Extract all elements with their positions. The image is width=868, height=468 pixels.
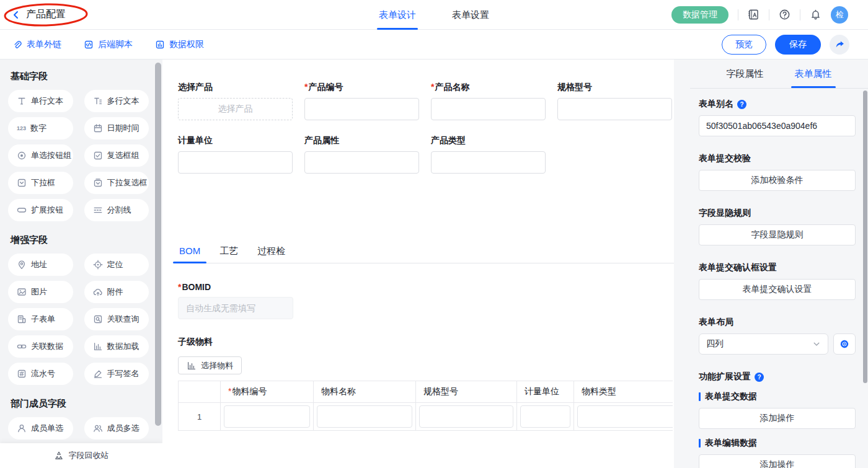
sub-material-title: 子级物料 (178, 337, 674, 348)
col-header-unit: 计量单位 (517, 381, 574, 403)
tab-process-check[interactable]: 过程检 (256, 245, 286, 263)
field-item-subform[interactable]: 子表单 (8, 308, 73, 330)
field-product-name[interactable]: 产品名称 (431, 82, 546, 120)
field-recycle-bin[interactable]: 字段回收站 (0, 443, 162, 468)
submit-validation-label: 表单提交校验 (699, 153, 751, 164)
field-item-linked-data[interactable]: 关联数据 (8, 335, 73, 358)
external-link-button[interactable]: 表单外链 (12, 39, 61, 50)
product-attr-input[interactable] (304, 151, 419, 174)
tab-form-design[interactable]: 表单设计 (379, 0, 416, 30)
product-type-input[interactable] (431, 151, 546, 174)
enhanced-fields-grid: 地址 定位 图片 附件 子表单 关联查询 关联数据 数据加载 流水号 手写签名 (8, 254, 149, 385)
tab-bom[interactable]: BOM (178, 245, 202, 263)
submit-confirm-button[interactable]: 表单提交确认设置 (699, 279, 856, 300)
select-material-button[interactable]: 选择物料 (178, 356, 242, 374)
field-item-radio-group[interactable]: 单选按钮组 (8, 144, 73, 167)
tab-form-settings[interactable]: 表单设置 (452, 0, 489, 30)
data-manage-button[interactable]: 数据管理 (671, 6, 728, 24)
section-title-basic-fields: 基础字段 (11, 71, 149, 82)
preview-button[interactable]: 预览 (722, 35, 766, 55)
field-item-single-line-text[interactable]: 单行文本 (8, 90, 73, 112)
help-badge-icon[interactable] (755, 373, 764, 382)
form-toolbar: 表单外链 后端脚本 数据权限 预览 保存 (0, 30, 868, 60)
spec-model-input[interactable] (557, 98, 672, 120)
member-multi-icon (93, 423, 103, 433)
field-item-date-time[interactable]: 日期时间 (84, 117, 149, 139)
field-spec-model[interactable]: 规格型号 (557, 82, 672, 120)
multi-select-icon (93, 178, 103, 188)
field-item-attachment[interactable]: 附件 (84, 281, 149, 303)
field-item-serial-number[interactable]: 流水号 (8, 363, 73, 385)
material-name-input[interactable] (317, 405, 412, 428)
field-item-checkbox-group[interactable]: 复选框组 (84, 144, 149, 167)
header-actions: 数据管理 检 (671, 6, 868, 24)
sidebar-scrollbar[interactable] (155, 63, 161, 426)
field-item-divider[interactable]: 分割线 (84, 199, 149, 221)
field-bomid[interactable]: BOMID (178, 282, 674, 319)
bell-icon[interactable] (810, 9, 822, 20)
tab-process[interactable]: 工艺 (218, 245, 239, 263)
product-name-input[interactable] (431, 98, 546, 120)
field-choose-product[interactable]: 选择产品 选择产品 (178, 82, 293, 120)
field-item-number[interactable]: 123数字 (8, 117, 73, 139)
form-alias-label: 表单别名 (699, 99, 733, 110)
material-code-input[interactable] (224, 405, 310, 428)
help-icon[interactable] (779, 9, 790, 20)
field-item-member-multi[interactable]: 成员多选 (84, 417, 149, 439)
product-code-input[interactable] (304, 98, 419, 120)
tab-form-properties[interactable]: 表单属性 (795, 60, 832, 88)
field-product-type[interactable]: 产品类型 (431, 135, 546, 174)
panel-scrollbar[interactable] (863, 91, 867, 383)
field-item-member-single[interactable]: 成员单选 (8, 417, 73, 439)
field-item-select[interactable]: 下拉框 (8, 172, 73, 194)
extension-label: 功能扩展设置 (699, 371, 751, 382)
toolbar-actions: 预览 保存 (722, 35, 868, 55)
tab-field-properties[interactable]: 字段属性 (727, 60, 764, 88)
toolbar-links: 表单外链 后端脚本 数据权限 (0, 39, 204, 50)
avatar[interactable]: 检 (831, 6, 848, 24)
field-item-lookup[interactable]: 关联查询 (84, 308, 149, 330)
field-item-extend-button[interactable]: 扩展按钮 (8, 199, 73, 221)
field-item-image[interactable]: 图片 (8, 281, 73, 303)
field-product-code[interactable]: 产品编号 (304, 82, 419, 120)
language-icon[interactable] (748, 9, 760, 20)
gear-icon (839, 339, 849, 349)
unit-input[interactable] (178, 151, 293, 174)
back-button[interactable]: 产品配置 (11, 8, 66, 21)
backend-script-button[interactable]: 后端脚本 (84, 39, 133, 50)
material-spec-input[interactable] (419, 405, 513, 428)
choose-product-button[interactable]: 选择产品 (178, 98, 293, 120)
bom-tabs: BOM 工艺 过程检 (178, 245, 674, 263)
material-type-input[interactable] (577, 405, 673, 428)
sub-material-table-wrap: 物料编号 物料名称 规格型号 计量单位 物料类型 1 (178, 381, 673, 431)
save-button[interactable]: 保存 (775, 35, 821, 55)
add-validation-button[interactable]: 添加校验条件 (699, 170, 856, 191)
field-item-multi-line-text[interactable]: 多行文本 (84, 90, 149, 112)
layout-select[interactable]: 四列 (699, 333, 828, 355)
data-permission-button[interactable]: 数据权限 (155, 39, 204, 50)
divider (800, 9, 800, 20)
table-row: 1 (179, 403, 673, 431)
field-item-location[interactable]: 定位 (84, 254, 149, 276)
bomid-input (178, 297, 293, 319)
layout-gear-button[interactable] (833, 333, 856, 355)
header-tabs: 表单设计 表单设置 (379, 0, 489, 30)
help-badge-icon[interactable] (737, 100, 746, 109)
divider-icon (93, 205, 103, 215)
field-item-data-load[interactable]: 数据加载 (84, 335, 149, 358)
col-header-index (179, 381, 221, 403)
field-visibility-button[interactable]: 字段显隐规则 (699, 224, 856, 245)
material-unit-input[interactable] (520, 405, 570, 428)
field-unit[interactable]: 计量单位 (178, 135, 293, 174)
field-visibility-label: 字段显隐规则 (699, 208, 751, 219)
field-product-attr[interactable]: 产品属性 (304, 135, 419, 174)
field-item-address[interactable]: 地址 (8, 254, 73, 276)
form-alias-input[interactable] (699, 115, 856, 136)
edit-data-add-button[interactable]: 添加操作 (699, 454, 856, 468)
field-item-signature[interactable]: 手写签名 (84, 363, 149, 385)
field-item-multi-select[interactable]: 下拉复选框 (84, 172, 149, 194)
properties-panel: 字段属性 表单属性 表单别名 表单提交校验 添加校验条件 字段显隐规则 (690, 60, 868, 468)
share-button[interactable] (830, 35, 849, 55)
col-header-spec-model: 规格型号 (416, 381, 517, 403)
submit-data-add-button[interactable]: 添加操作 (699, 408, 856, 429)
